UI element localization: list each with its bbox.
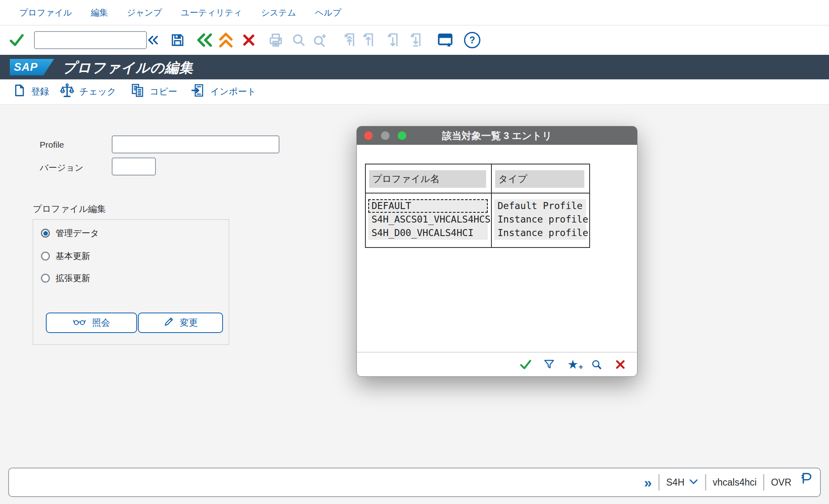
last-page-icon[interactable] — [407, 31, 425, 49]
menu-system[interactable]: システム — [261, 7, 296, 18]
check-button[interactable]: チェック — [60, 83, 116, 100]
version-input[interactable] — [112, 158, 156, 176]
display-button-label: 照会 — [92, 317, 110, 329]
performance-icon[interactable] — [800, 471, 813, 487]
document-icon — [12, 83, 26, 100]
pencil-icon — [163, 316, 175, 330]
application-toolbar: 登録 チェック コピー — [0, 79, 829, 105]
status-expand-icon[interactable]: » — [644, 476, 652, 488]
type-column: Default Profile Instance profile Instanc… — [492, 194, 589, 247]
system-selector[interactable]: S4H — [666, 477, 698, 488]
enter-check-icon[interactable] — [7, 31, 25, 49]
page-title: プロファイルの編集 — [62, 59, 194, 77]
menu-utilities[interactable]: ユーティリティ — [181, 7, 242, 18]
host-name: vhcals4hci — [713, 477, 757, 488]
radio-circle-icon — [41, 252, 50, 261]
table-cell-type-d00[interactable]: Instance profile — [494, 226, 586, 240]
version-field-label: バージョン — [40, 162, 83, 173]
save-icon[interactable] — [169, 31, 187, 49]
save-profile-label: 登録 — [31, 86, 49, 98]
help-icon[interactable]: ? — [463, 31, 481, 49]
previous-page-icon[interactable] — [359, 31, 377, 49]
radio-circle-icon — [41, 229, 50, 238]
status-divider — [705, 474, 706, 491]
exit-icon[interactable] — [196, 31, 214, 49]
radio-admin-data[interactable]: 管理データ — [41, 227, 99, 239]
new-session-icon[interactable] — [436, 31, 454, 49]
system-id: S4H — [666, 477, 685, 488]
copy-label: コピー — [150, 86, 177, 98]
status-divider — [763, 474, 764, 491]
find-next-icon[interactable] — [311, 31, 329, 49]
table-cell-profile-d00[interactable]: S4H_D00_VHCALS4HCI — [368, 226, 488, 240]
dialog-footer: ★ + — [357, 352, 637, 376]
save-profile-button[interactable]: 登録 — [12, 83, 49, 100]
hit-list-table: プロファイル名 タイプ DEFAULT S4H_ASCS01_VHCALS4HC… — [365, 164, 590, 248]
change-button-label: 変更 — [180, 317, 198, 329]
profile-edit-group-title: プロファイル編集 — [33, 203, 106, 215]
status-message-area — [9, 468, 644, 496]
menu-bar: プロファイル 編集 ジャンプ ユーティリティ システム ヘルプ — [0, 0, 829, 25]
import-button[interactable]: インポート — [191, 83, 256, 100]
first-page-icon[interactable] — [340, 31, 358, 49]
chevron-down-icon — [689, 477, 698, 488]
dialog-title-bar: 該当対象一覧 3 エントリ — [357, 126, 637, 145]
menu-profile[interactable]: プロファイル — [19, 7, 72, 18]
copy-icon — [130, 83, 145, 100]
popup-dialog: 該当対象一覧 3 エントリ プロファイル名 タイプ DEFAULT S4H_AS… — [356, 126, 638, 377]
menu-help[interactable]: ヘルプ — [315, 7, 341, 18]
sap-logo: SAP — [10, 59, 54, 75]
profile-input[interactable] — [112, 135, 279, 153]
table-cell-type-default[interactable]: Default Profile — [494, 199, 586, 213]
radio-basic-maintenance-label: 基本更新 — [56, 250, 90, 262]
window-controls — [364, 131, 406, 140]
status-right-panel: » S4H vhcals4hci OVR — [644, 474, 820, 491]
menu-edit[interactable]: 編集 — [91, 7, 108, 18]
menu-goto[interactable]: ジャンプ — [127, 7, 162, 18]
system-toolbar: ? — [0, 25, 829, 55]
radio-circle-icon — [41, 274, 50, 283]
search-icon[interactable] — [590, 358, 604, 371]
table-cell-profile-ascs[interactable]: S4H_ASCS01_VHCALS4HCS — [368, 213, 488, 226]
star-add-icon[interactable]: ★ + — [566, 358, 580, 371]
profile-name-column: DEFAULT S4H_ASCS01_VHCALS4HCS S4H_D00_VH… — [366, 194, 492, 247]
radio-extended-maintenance[interactable]: 拡張更新 — [41, 272, 90, 284]
command-field[interactable] — [34, 31, 147, 49]
next-page-icon[interactable] — [384, 31, 402, 49]
minimize-window-icon[interactable] — [381, 131, 390, 140]
print-icon[interactable] — [267, 31, 285, 49]
status-divider — [658, 474, 660, 491]
glasses-icon — [73, 317, 87, 328]
app-header: SAP プロファイルの編集 — [0, 55, 829, 79]
import-label: インポート — [210, 86, 256, 98]
column-header-type[interactable]: タイプ — [492, 164, 589, 194]
display-button[interactable]: 照会 — [46, 313, 137, 333]
scale-icon — [60, 83, 74, 100]
dialog-title: 該当対象一覧 3 エントリ — [442, 129, 552, 142]
profile-field-label: Profile — [40, 140, 64, 150]
close-window-icon[interactable] — [364, 131, 373, 140]
status-bar: » S4H vhcals4hci OVR — [8, 468, 821, 497]
table-cell-type-ascs[interactable]: Instance profile — [494, 213, 586, 226]
check-label: チェック — [79, 86, 116, 98]
copy-button[interactable]: コピー — [130, 83, 177, 100]
zoom-window-icon[interactable] — [398, 131, 406, 140]
sap-gui-window: プロファイル 編集 ジャンプ ユーティリティ システム ヘルプ — [0, 0, 829, 504]
insert-mode-indicator[interactable]: OVR — [771, 477, 791, 488]
import-icon — [191, 83, 205, 100]
back-icon[interactable] — [144, 31, 162, 49]
filter-icon[interactable] — [542, 358, 556, 371]
column-header-profile-name[interactable]: プロファイル名 — [366, 164, 492, 194]
page-up-icon[interactable] — [217, 31, 235, 49]
help-glyph: ? — [464, 32, 480, 48]
radio-extended-maintenance-label: 拡張更新 — [56, 272, 90, 284]
find-icon[interactable] — [290, 31, 308, 49]
radio-basic-maintenance[interactable]: 基本更新 — [41, 250, 90, 262]
cancel-icon[interactable] — [240, 31, 258, 49]
radio-admin-data-label: 管理データ — [56, 227, 99, 239]
confirm-check-icon[interactable] — [518, 358, 532, 371]
change-button[interactable]: 変更 — [138, 313, 223, 333]
close-x-icon[interactable] — [613, 358, 627, 371]
table-cell-profile-default[interactable]: DEFAULT — [368, 199, 488, 213]
